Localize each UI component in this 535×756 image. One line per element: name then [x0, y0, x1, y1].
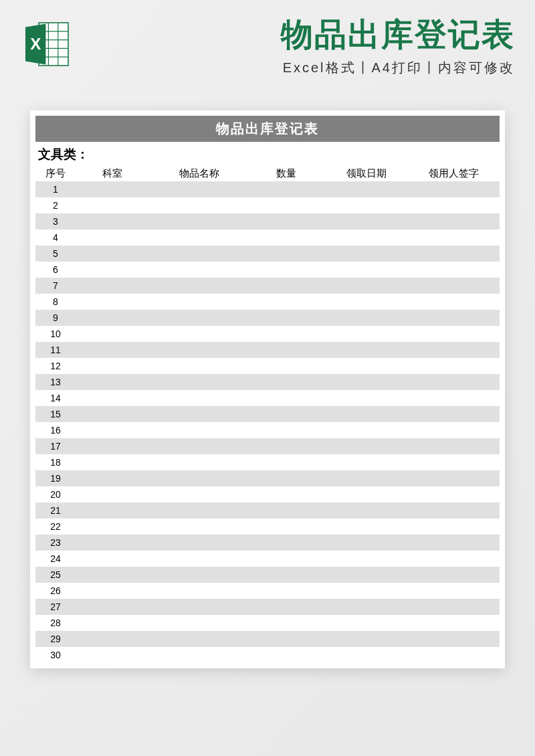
row-number: 3: [35, 216, 76, 227]
column-header-qty: 数量: [249, 167, 323, 180]
table-row: 18: [35, 454, 500, 470]
row-number: 20: [35, 489, 76, 500]
row-number: 17: [35, 441, 76, 452]
subtitle: Excel格式丨A4打印丨内容可修改: [87, 59, 515, 77]
table-row: 12: [35, 358, 500, 374]
column-header-dept: 科室: [76, 167, 149, 180]
row-number: 4: [35, 232, 76, 243]
row-number: 9: [35, 312, 76, 323]
table-row: 6: [35, 262, 500, 278]
table-row: 24: [35, 551, 500, 567]
row-number: 8: [35, 296, 76, 307]
table-row: 17: [35, 438, 500, 454]
row-number: 11: [35, 345, 76, 355]
table-row: 27: [35, 599, 500, 615]
table-row: 23: [35, 535, 500, 551]
row-number: 26: [35, 585, 76, 596]
category-label: 文具类：: [35, 142, 500, 166]
row-number: 16: [35, 425, 76, 436]
column-header-seq: 序号: [35, 167, 76, 180]
table-row: 10: [35, 326, 500, 342]
svg-text:X: X: [30, 35, 41, 53]
table-row: 2: [35, 197, 500, 213]
table-row: 21: [35, 502, 500, 518]
table-row: 5: [35, 246, 500, 262]
table-body: 1234567891011121314151617181920212223242…: [35, 181, 500, 663]
row-number: 1: [35, 184, 76, 195]
table-row: 8: [35, 294, 500, 310]
row-number: 12: [35, 361, 76, 371]
table-row: 30: [35, 647, 500, 663]
table-row: 16: [35, 422, 500, 438]
table-row: 9: [35, 310, 500, 326]
row-number: 22: [35, 521, 76, 532]
row-number: 29: [35, 634, 76, 644]
column-header-item: 物品名称: [149, 167, 249, 180]
row-number: 10: [35, 328, 76, 339]
document-title: 物品出库登记表: [35, 116, 500, 142]
row-number: 7: [35, 280, 76, 291]
row-number: 6: [35, 264, 76, 275]
table-row: 25: [35, 567, 500, 583]
table-row: 22: [35, 518, 500, 535]
table-row: 4: [35, 229, 500, 246]
excel-icon: X: [20, 17, 74, 74]
table-row: 15: [35, 406, 500, 422]
table-row: 14: [35, 390, 500, 406]
row-number: 23: [35, 537, 76, 548]
row-number: 19: [35, 473, 76, 484]
row-number: 18: [35, 457, 76, 468]
table-row: 26: [35, 583, 500, 599]
table-row: 3: [35, 213, 500, 229]
table-row: 19: [35, 470, 500, 486]
row-number: 24: [35, 553, 76, 564]
table: 序号 科室 物品名称 数量 领取日期 领用人签字 123456789101112…: [35, 166, 500, 663]
row-number: 27: [35, 601, 76, 612]
table-row: 13: [35, 374, 500, 390]
row-number: 14: [35, 393, 76, 403]
table-header-row: 序号 科室 物品名称 数量 领取日期 领用人签字: [35, 166, 500, 181]
row-number: 5: [35, 248, 76, 259]
table-row: 29: [35, 631, 500, 647]
row-number: 15: [35, 409, 76, 419]
table-row: 20: [35, 486, 500, 502]
row-number: 30: [35, 650, 76, 660]
document-preview: 物品出库登记表 文具类： 序号 科室 物品名称 数量 领取日期 领用人签字 12…: [30, 110, 505, 668]
row-number: 25: [35, 569, 76, 580]
table-row: 1: [35, 181, 500, 197]
main-title: 物品出库登记表: [87, 13, 515, 56]
table-row: 7: [35, 278, 500, 294]
column-header-sign: 领用人签字: [410, 167, 497, 180]
table-row: 11: [35, 342, 500, 358]
row-number: 2: [35, 200, 76, 211]
page-header: X 物品出库登记表 Excel格式丨A4打印丨内容可修改: [0, 0, 535, 84]
row-number: 21: [35, 505, 76, 516]
table-row: 28: [35, 615, 500, 631]
column-header-date: 领取日期: [323, 167, 410, 180]
row-number: 13: [35, 377, 76, 387]
header-text: 物品出库登记表 Excel格式丨A4打印丨内容可修改: [87, 13, 515, 77]
row-number: 28: [35, 618, 76, 628]
